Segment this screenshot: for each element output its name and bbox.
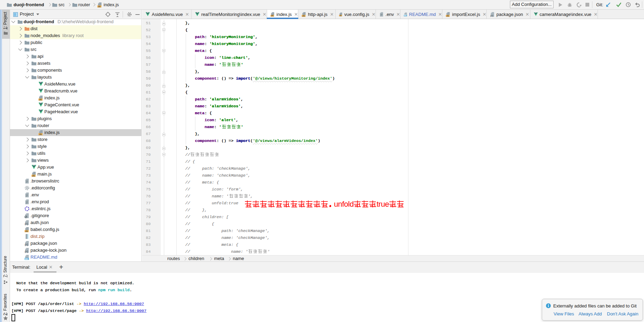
svg-text:JS: JS — [39, 98, 42, 101]
svg-text:JS: JS — [98, 5, 101, 8]
svg-text:{•}: {•} — [490, 14, 493, 17]
svg-text:JS: JS — [25, 230, 28, 232]
svg-text:JS: JS — [302, 15, 305, 17]
svg-text:{•}: {•} — [25, 250, 28, 253]
svg-text:MD: MD — [25, 258, 28, 260]
svg-text:JS: JS — [32, 175, 35, 177]
svg-text:{•}: {•} — [25, 243, 28, 246]
svg-text:JS: JS — [339, 15, 342, 16]
svg-text:{•}: {•} — [25, 222, 28, 225]
svg-text:JS: JS — [271, 15, 273, 17]
svg-text:JS: JS — [39, 133, 42, 135]
svg-text:JS: JS — [446, 15, 449, 17]
svg-text:MD: MD — [404, 15, 406, 16]
